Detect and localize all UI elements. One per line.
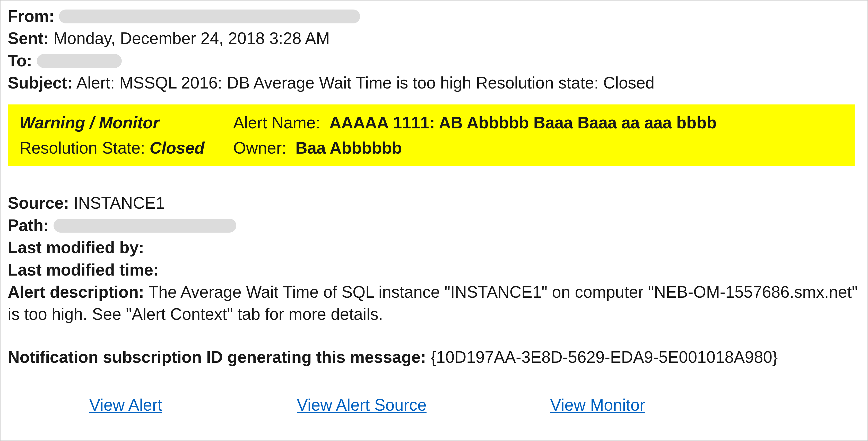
header-sent-line: Sent: Monday, December 24, 2018 3:28 AM (8, 27, 860, 50)
view-alert-link[interactable]: View Alert (89, 396, 162, 414)
subscription-value: {10D197AA-3E8D-5629-EDA9-5E001018A980} (431, 348, 778, 367)
to-redacted (37, 54, 122, 68)
last-modified-time-label: Last modified time: (8, 261, 159, 279)
path-redacted (54, 219, 236, 232)
banner-resolution-label: Resolution State: (20, 139, 145, 157)
alert-description-label: Alert description: (8, 283, 144, 301)
subscription-label: Notification subscription ID generating … (8, 348, 426, 367)
alert-banner: Warning / Monitor Alert Name: AAAAA 1111… (8, 104, 855, 166)
email-panel: From: Sent: Monday, December 24, 2018 3:… (0, 0, 868, 441)
detail-source-line: Source: INSTANCE1 (8, 192, 860, 214)
banner-resolution-value: Closed (150, 139, 205, 157)
banner-alert-name-value: AAAAA 1111: AB Abbbbb Baaa Baaa aa aaa b… (329, 114, 716, 132)
banner-owner-label: Owner: (233, 139, 286, 157)
banner-warning-label: Warning / Monitor (20, 114, 159, 132)
source-label: Source: (8, 194, 69, 212)
detail-modified-by-line: Last modified by: (8, 237, 860, 259)
banner-owner-value: Baa Abbbbbb (296, 139, 402, 157)
view-monitor-link[interactable]: View Monitor (550, 396, 645, 414)
to-label: To: (8, 52, 32, 70)
detail-description-line: Alert description: The Average Wait Time… (8, 281, 860, 325)
subject-value: Alert: MSSQL 2016: DB Average Wait Time … (76, 73, 655, 92)
sent-label: Sent: (8, 29, 49, 48)
banner-alert-name-label: Alert Name: (233, 114, 320, 132)
subject-label: Subject: (8, 73, 72, 92)
from-redacted (59, 9, 360, 23)
header-subject-line: Subject: Alert: MSSQL 2016: DB Average W… (8, 72, 860, 94)
links-row: View Alert View Alert Source View Monito… (8, 394, 716, 416)
header-to-line: To: (8, 50, 860, 72)
view-alert-source-link[interactable]: View Alert Source (297, 396, 427, 414)
sent-value: Monday, December 24, 2018 3:28 AM (54, 29, 330, 48)
detail-modified-time-line: Last modified time: (8, 259, 860, 281)
last-modified-by-label: Last modified by: (8, 238, 144, 257)
detail-path-line: Path: (8, 214, 860, 237)
path-label: Path: (8, 216, 49, 235)
header-from-line: From: (8, 5, 860, 27)
from-label: From: (8, 7, 54, 26)
detail-subscription-line: Notification subscription ID generating … (8, 346, 860, 368)
source-value: INSTANCE1 (73, 194, 165, 212)
